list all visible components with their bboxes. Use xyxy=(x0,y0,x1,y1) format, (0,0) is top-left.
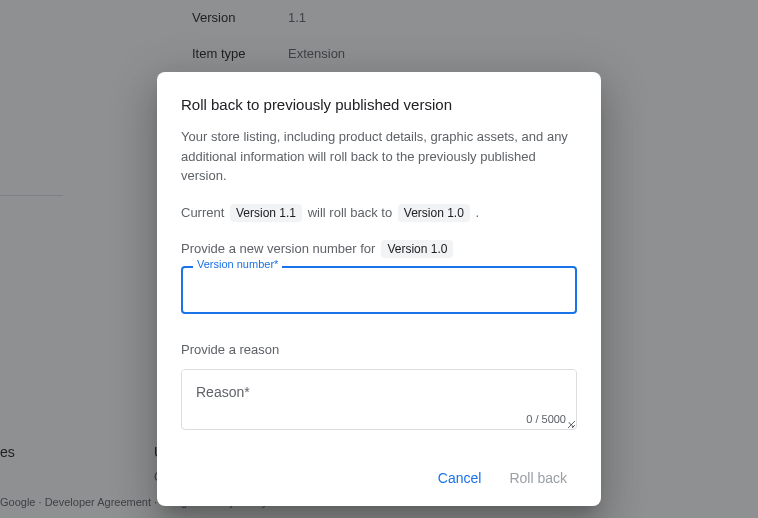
current-label: Current xyxy=(181,205,224,220)
version-number-field-group: Provide a new version number for Version… xyxy=(181,240,577,314)
version-current-chip: Version 1.1 xyxy=(230,204,302,222)
rollback-dialog: Roll back to previously published versio… xyxy=(157,72,601,506)
provide-version-label: Provide a new version number for xyxy=(181,241,375,256)
dialog-actions: Cancel Roll back xyxy=(181,462,577,494)
reason-label: Provide a reason xyxy=(181,342,577,357)
modal-overlay[interactable]: Roll back to previously published versio… xyxy=(0,0,758,518)
version-number-input[interactable] xyxy=(181,266,577,314)
version-floating-label: Version number* xyxy=(193,258,282,270)
reason-input[interactable] xyxy=(182,370,576,410)
resize-handle-icon xyxy=(565,418,575,428)
version-field-label-line: Provide a new version number for Version… xyxy=(181,240,577,258)
provide-version-chip: Version 1.0 xyxy=(381,240,453,258)
dialog-description: Your store listing, including product de… xyxy=(181,127,577,186)
cancel-button[interactable]: Cancel xyxy=(428,462,492,494)
dialog-rollback-summary: Current Version 1.1 will roll back to Ve… xyxy=(181,204,577,222)
rollback-confirm-button[interactable]: Roll back xyxy=(499,462,577,494)
reason-field-wrapper: 0 / 5000 xyxy=(181,369,577,430)
version-target-chip: Version 1.0 xyxy=(398,204,470,222)
reason-char-count: 0 / 5000 xyxy=(182,413,576,429)
will-roll-back-text: will roll back to xyxy=(308,205,393,220)
dialog-title: Roll back to previously published versio… xyxy=(181,96,577,113)
period: . xyxy=(475,205,479,220)
